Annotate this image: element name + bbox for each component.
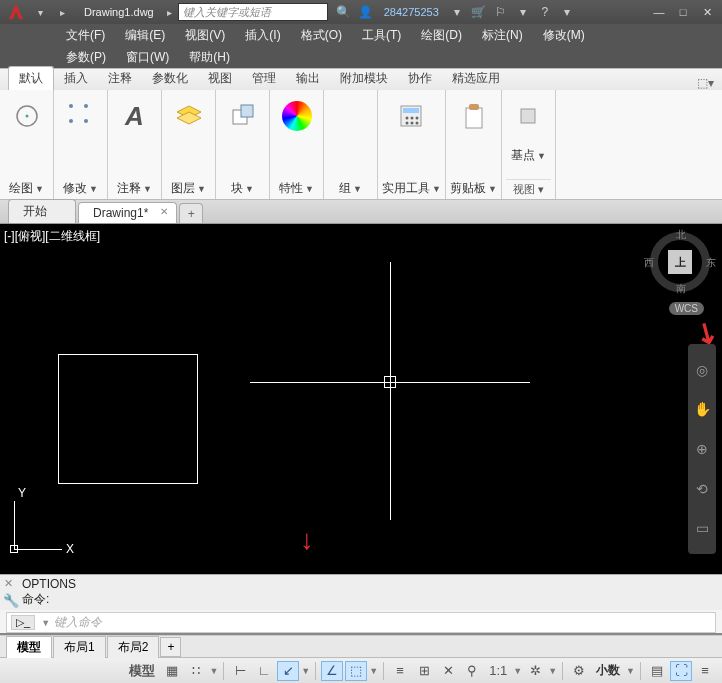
panel-dropdown-icon[interactable]: ▼ (35, 184, 44, 194)
panel-icon-注释[interactable]: A (119, 100, 151, 132)
menu-工具(T)[interactable]: 工具(T) (352, 27, 411, 44)
layout-tab-布局2[interactable]: 布局2 (107, 636, 160, 658)
layout-tab-布局1[interactable]: 布局1 (53, 636, 106, 658)
status-cycling-icon[interactable]: ✕ (437, 661, 459, 681)
nav-wheel-icon[interactable]: ◎ (692, 360, 712, 380)
status-iso-dropdown[interactable]: ▼ (301, 666, 310, 676)
menu-视图(V)[interactable]: 视图(V) (175, 27, 235, 44)
ribbon-tab-默认[interactable]: 默认 (8, 66, 54, 90)
panel-icon-修改[interactable] (65, 100, 97, 132)
layout-add-button[interactable]: + (160, 637, 181, 657)
menu-参数(P)[interactable]: 参数(P) (56, 49, 116, 66)
ribbon-tab-注释[interactable]: 注释 (98, 67, 142, 90)
viewport-label[interactable]: [-][俯视][二维线框] (4, 228, 100, 245)
ribbon-tab-管理[interactable]: 管理 (242, 67, 286, 90)
command-dropdown-icon[interactable]: ▼ (41, 618, 50, 628)
command-close-icon[interactable]: ✕ (4, 577, 13, 590)
nav-orbit-icon[interactable]: ⟲ (692, 479, 712, 499)
user-dropdown[interactable]: ▾ (449, 4, 465, 20)
cart-icon[interactable]: 🛒 (471, 4, 487, 20)
status-polar-icon[interactable]: ∟ (253, 661, 275, 681)
ribbon-tab-协作[interactable]: 协作 (398, 67, 442, 90)
panel-icon-基点[interactable] (512, 100, 544, 132)
status-annovis-dropdown[interactable]: ▼ (548, 666, 557, 676)
viewcube-top-face[interactable]: 上 (668, 250, 692, 274)
menu-文件(F)[interactable]: 文件(F) (56, 27, 115, 44)
panel-dropdown-icon[interactable]: ▼ (432, 184, 441, 194)
panel-dropdown-icon[interactable]: ▼ (245, 184, 254, 194)
status-scale-label[interactable]: 1:1 (485, 661, 511, 681)
panel-icon-图层[interactable] (173, 100, 205, 132)
panel-dropdown-icon[interactable]: ▼ (89, 184, 98, 194)
panel-dropdown-icon[interactable]: ▼ (197, 184, 206, 194)
user-icon[interactable]: 👤 (358, 4, 374, 20)
status-annoscale-icon[interactable]: ⚲ (461, 661, 483, 681)
panel-icon-剪贴板[interactable] (457, 100, 489, 132)
menu-编辑(E)[interactable]: 编辑(E) (115, 27, 175, 44)
status-otrack-dropdown[interactable]: ▼ (369, 666, 378, 676)
menu-帮助(H)[interactable]: 帮助(H) (179, 49, 240, 66)
panel-dropdown-icon[interactable]: ▼ (143, 184, 152, 194)
status-transparency-icon[interactable]: ⊞ (413, 661, 435, 681)
nav-zoom-icon[interactable]: ⊕ (692, 439, 712, 459)
command-prompt-icon[interactable]: ▷_ (11, 615, 35, 630)
drawn-rectangle[interactable] (58, 354, 198, 484)
tab-drawing1[interactable]: Drawing1*✕ (78, 202, 177, 223)
panel-dropdown-icon[interactable]: ▼ (537, 151, 546, 161)
share-icon[interactable]: ⚐ (493, 4, 509, 20)
panel-icon-块[interactable] (227, 100, 259, 132)
viewcube[interactable]: 上 北 南 东 西 (650, 232, 710, 292)
command-input[interactable]: 键入命令 (54, 614, 711, 631)
status-lineweight-icon[interactable]: ≡ (389, 661, 411, 681)
status-snap-dropdown[interactable]: ▼ (209, 666, 218, 676)
menu-标注(N)[interactable]: 标注(N) (472, 27, 533, 44)
command-wrench-icon[interactable]: 🔧 (3, 593, 19, 608)
panel-icon-实用工具[interactable] (395, 100, 427, 132)
status-units-label[interactable]: 小数 (592, 662, 624, 679)
ribbon-tab-参数化[interactable]: 参数化 (142, 67, 198, 90)
menu-修改(M)[interactable]: 修改(M) (533, 27, 595, 44)
panel-icon-绘图[interactable] (11, 100, 43, 132)
ribbon-tab-视图[interactable]: 视图 (198, 67, 242, 90)
history-dropdown[interactable]: ▸ (162, 4, 178, 20)
ribbon-tab-附加模块[interactable]: 附加模块 (330, 67, 398, 90)
status-ortho-icon[interactable]: ⊢ (229, 661, 251, 681)
status-grid-icon[interactable]: ▦ (161, 661, 183, 681)
status-scale-dropdown[interactable]: ▼ (513, 666, 522, 676)
status-annovis-icon[interactable]: ✲ (524, 661, 546, 681)
status-customize-icon[interactable]: ≡ (694, 661, 716, 681)
status-otrack-icon[interactable]: ⬚ (345, 661, 367, 681)
ribbon-tab-插入[interactable]: 插入 (54, 67, 98, 90)
search-icon[interactable]: 🔍 (336, 4, 352, 20)
tab-close-icon[interactable]: ✕ (160, 206, 168, 217)
menu-插入(I)[interactable]: 插入(I) (235, 27, 290, 44)
tab-start[interactable]: 开始 (8, 199, 76, 223)
search-input[interactable]: 键入关键字或短语 (178, 3, 328, 21)
panel-dropdown-icon[interactable]: ▼ (488, 184, 497, 194)
wcs-badge[interactable]: WCS (669, 302, 704, 315)
panel-dropdown-icon[interactable]: ▼ (305, 184, 314, 194)
ribbon-search-icon[interactable]: ⬚▾ (697, 76, 714, 90)
status-workspace-icon[interactable]: ⚙ (568, 661, 590, 681)
status-quickprops-icon[interactable]: ▤ (646, 661, 668, 681)
maximize-button[interactable]: □ (672, 3, 694, 21)
status-osnap-icon[interactable]: ∠ (321, 661, 343, 681)
nav-pan-icon[interactable]: ✋ (692, 399, 712, 419)
app-logo[interactable] (0, 0, 32, 24)
minimize-button[interactable]: — (648, 3, 670, 21)
ribbon-tab-输出[interactable]: 输出 (286, 67, 330, 90)
panel-sub-label[interactable]: 视图 ▾ (506, 179, 551, 197)
status-cleanscreen-icon[interactable]: ⛶ (670, 661, 692, 681)
menu-格式(O)[interactable]: 格式(O) (291, 27, 352, 44)
new-tab-button[interactable]: + (179, 203, 203, 223)
status-isodraft-icon[interactable]: ↙ (277, 661, 299, 681)
drawing-canvas[interactable]: [-][俯视][二维线框] X Y 上 北 南 东 西 WCS ◎ ✋ ⊕ ⟲ … (0, 224, 722, 574)
panel-icon-组[interactable] (335, 100, 367, 132)
panel-icon-特性[interactable] (281, 100, 313, 132)
status-model-button[interactable]: 模型 (125, 661, 159, 681)
nav-showmotion-icon[interactable]: ▭ (692, 518, 712, 538)
qat-arrow-icon[interactable]: ▸ (54, 4, 70, 20)
panel-dropdown-icon[interactable]: ▼ (353, 184, 362, 194)
ribbon-tab-精选应用[interactable]: 精选应用 (442, 67, 510, 90)
menu-窗口(W)[interactable]: 窗口(W) (116, 49, 179, 66)
